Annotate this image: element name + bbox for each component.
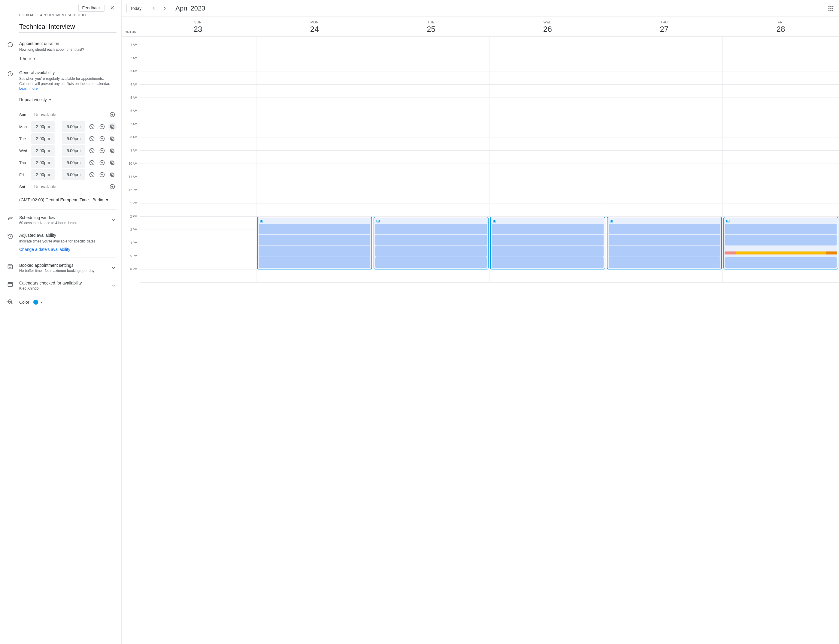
hour-cell[interactable] [490, 151, 606, 164]
duration-dropdown[interactable]: 1 hour ▼ [19, 54, 36, 63]
appointment-block[interactable] [724, 217, 838, 269]
hour-cell[interactable] [140, 243, 256, 256]
appointment-slot[interactable] [259, 257, 370, 268]
remove-time-button[interactable] [88, 135, 96, 143]
close-button[interactable] [107, 2, 118, 13]
hour-cell[interactable] [606, 138, 722, 151]
appointment-slot[interactable] [492, 224, 603, 234]
appointment-block[interactable] [607, 217, 722, 269]
appointment-slot[interactable] [375, 257, 487, 268]
hour-cell[interactable] [723, 45, 839, 58]
add-time-button[interactable] [98, 146, 106, 155]
hour-cell[interactable] [256, 138, 373, 151]
add-time-button[interactable] [108, 110, 117, 119]
add-time-button[interactable] [108, 182, 117, 191]
appointment-slot[interactable] [375, 224, 487, 234]
copy-time-button[interactable] [108, 158, 117, 167]
appointment-slot[interactable] [609, 224, 720, 234]
hour-cell[interactable] [723, 85, 839, 98]
change-date-link[interactable]: Change a date's availability [19, 247, 70, 252]
hour-cell[interactable] [723, 269, 839, 283]
copy-time-button[interactable] [108, 146, 117, 155]
hour-cell[interactable] [606, 204, 722, 217]
hour-cell[interactable] [490, 71, 606, 85]
hour-cell[interactable] [140, 58, 256, 71]
hour-cell[interactable] [606, 71, 722, 85]
hour-cell[interactable] [256, 58, 373, 71]
hour-cell[interactable] [256, 85, 373, 98]
color-dropdown[interactable]: ▼ [33, 298, 43, 306]
hour-cell[interactable] [373, 45, 489, 58]
start-time-input[interactable] [31, 169, 54, 180]
hour-cell[interactable] [373, 204, 489, 217]
remove-time-button[interactable] [88, 171, 96, 179]
hour-cell[interactable] [606, 151, 722, 164]
hour-cell[interactable] [140, 177, 256, 190]
today-button[interactable]: Today [127, 3, 145, 13]
hour-cell[interactable] [256, 98, 373, 111]
hour-cell[interactable] [140, 151, 256, 164]
hour-cell[interactable] [723, 151, 839, 164]
hour-cell[interactable] [373, 164, 489, 177]
hour-cell[interactable] [140, 269, 256, 283]
hour-cell[interactable] [140, 124, 256, 138]
next-button[interactable] [160, 3, 169, 13]
hour-cell[interactable] [140, 85, 256, 98]
hour-cell[interactable] [606, 269, 722, 283]
timezone-dropdown[interactable]: (GMT+02:00) Central European Time - Berl… [19, 197, 109, 202]
hour-cell[interactable] [606, 85, 722, 98]
hour-cell[interactable] [490, 98, 606, 111]
hour-cell[interactable] [140, 256, 256, 269]
copy-time-button[interactable] [108, 135, 117, 143]
remove-time-button[interactable] [88, 146, 96, 155]
appointment-slot[interactable] [725, 224, 837, 234]
day-column[interactable] [489, 37, 606, 283]
hour-cell[interactable] [373, 151, 489, 164]
hour-cell[interactable] [256, 45, 373, 58]
hour-cell[interactable] [140, 37, 256, 45]
hour-cell[interactable] [140, 138, 256, 151]
day-column[interactable] [140, 37, 256, 283]
scheduling-window-section[interactable]: Scheduling window 60 days in advance to … [19, 215, 117, 226]
hour-cell[interactable] [373, 98, 489, 111]
hour-cell[interactable] [373, 177, 489, 190]
appointment-slot[interactable] [375, 235, 487, 245]
appointment-slot[interactable] [609, 246, 720, 256]
hour-cell[interactable] [490, 111, 606, 124]
hour-cell[interactable] [140, 45, 256, 58]
copy-time-button[interactable] [108, 122, 117, 131]
appointment-slot[interactable] [492, 235, 603, 245]
appointment-slot[interactable] [259, 224, 370, 234]
hour-cell[interactable] [490, 177, 606, 190]
hour-cell[interactable] [140, 71, 256, 85]
start-time-input[interactable] [31, 157, 54, 168]
hour-cell[interactable] [606, 164, 722, 177]
calendars-checked-section[interactable]: Calendars checked for availability Kleo … [19, 281, 117, 291]
hour-cell[interactable] [723, 164, 839, 177]
start-time-input[interactable] [31, 145, 54, 156]
add-time-button[interactable] [98, 122, 106, 131]
hour-cell[interactable] [606, 98, 722, 111]
hour-cell[interactable] [256, 164, 373, 177]
hour-cell[interactable] [723, 37, 839, 45]
hour-cell[interactable] [490, 58, 606, 71]
add-time-button[interactable] [98, 158, 106, 167]
hour-cell[interactable] [606, 124, 722, 138]
appointment-slot[interactable] [259, 246, 370, 256]
start-time-input[interactable] [31, 121, 54, 132]
apps-button[interactable] [827, 5, 834, 12]
appointment-slot[interactable] [259, 235, 370, 245]
hour-cell[interactable] [606, 177, 722, 190]
appointment-slot[interactable] [375, 246, 487, 256]
schedule-title-input[interactable] [19, 21, 117, 33]
hour-cell[interactable] [490, 204, 606, 217]
hour-cell[interactable] [373, 190, 489, 204]
hour-cell[interactable] [373, 138, 489, 151]
day-column[interactable] [373, 37, 489, 283]
hour-cell[interactable] [490, 124, 606, 138]
hour-cell[interactable] [373, 269, 489, 283]
appointment-slot[interactable] [492, 246, 603, 256]
hour-cell[interactable] [373, 37, 489, 45]
hour-cell[interactable] [140, 164, 256, 177]
hour-cell[interactable] [606, 45, 722, 58]
